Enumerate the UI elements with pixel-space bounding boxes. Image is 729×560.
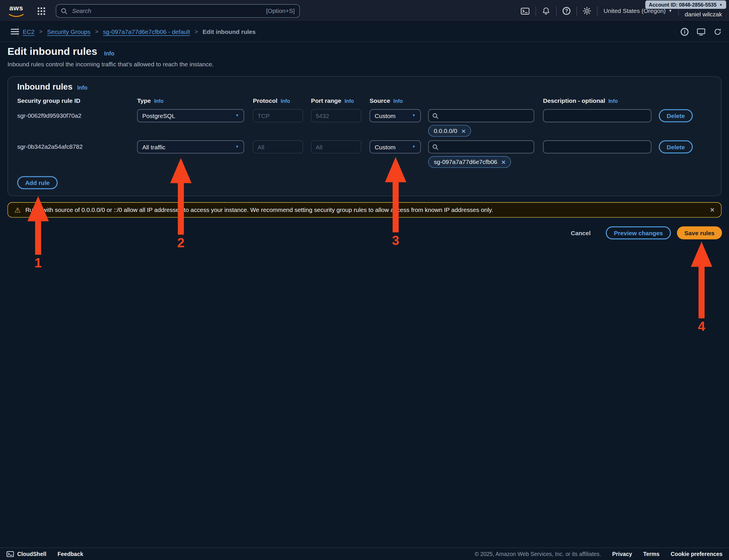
source-select-value: Custom (375, 143, 396, 150)
cloudshell-label: CloudShell (17, 551, 46, 557)
source-search-field[interactable] (428, 109, 534, 122)
warning-icon: ⚠ (14, 206, 21, 213)
feedback-link[interactable]: Feedback (57, 551, 83, 557)
cloudshell-icon (521, 7, 530, 15)
column-header-protocol: ProtocolInfo (253, 97, 290, 104)
divider (536, 6, 536, 16)
protocol-info-link[interactable]: Info (281, 98, 290, 104)
chevron-right-icon: > (95, 28, 98, 35)
save-rules-button[interactable]: Save rules (677, 226, 722, 239)
divider (576, 6, 577, 16)
breadcrumb-link-ec2[interactable]: EC2 (23, 28, 34, 35)
page-title: Edit inbound rules (7, 46, 97, 58)
preview-changes-button[interactable]: Preview changes (606, 226, 671, 239)
info-icon: i (681, 28, 689, 36)
refresh-icon (714, 28, 722, 36)
column-header-type: TypeInfo (137, 97, 163, 104)
aws-logo[interactable]: aws (8, 4, 24, 20)
account-id-badge[interactable]: Account ID: 0848-2856-5535 ▼ (645, 1, 726, 9)
delete-rule-button[interactable]: Delete (659, 140, 693, 153)
page-subtitle: Inbound rules control the incoming traff… (7, 61, 214, 68)
search-icon (61, 8, 67, 14)
type-info-link[interactable]: Info (154, 98, 163, 104)
add-rule-button[interactable]: Add rule (17, 176, 57, 189)
warning-banner: ⚠ Rules with source of 0.0.0.0/0 or ::/0… (7, 202, 722, 217)
refresh-button[interactable] (714, 28, 722, 36)
page-info-button[interactable]: i (681, 28, 689, 36)
cloudshell-button[interactable] (521, 7, 530, 15)
chevron-down-icon: ▼ (412, 145, 416, 149)
protocol-input (253, 109, 303, 122)
tutorials-button[interactable] (697, 28, 705, 36)
search-icon (432, 144, 438, 150)
source-chip-label: sg-097a7a77d6e7cfb06 (434, 159, 497, 165)
delete-rule-button[interactable]: Delete (659, 109, 693, 122)
aws-smile-icon (8, 14, 24, 18)
source-chip-label: 0.0.0.0/0 (434, 127, 457, 134)
divider (556, 6, 557, 16)
search-shortcut: [Option+S] (266, 7, 295, 14)
chip-remove-icon[interactable]: × (502, 159, 506, 165)
aws-console-page: aws [Option+S] ? (0, 0, 729, 560)
help-button[interactable]: ? (563, 7, 571, 15)
copyright-text: © 2025, Amazon Web Services, Inc. or its… (475, 551, 601, 557)
type-select[interactable]: All traffic ▼ (137, 140, 244, 153)
app-grid-button[interactable] (37, 7, 45, 15)
search-icon (432, 113, 438, 119)
settings-button[interactable] (583, 7, 591, 15)
source-info-link[interactable]: Info (393, 98, 403, 104)
notifications-button[interactable] (542, 7, 550, 15)
breadcrumb-tools: i (681, 22, 722, 42)
protocol-input (253, 140, 303, 153)
panel-title: Inbound rules (17, 82, 73, 92)
chip-remove-icon[interactable]: × (462, 127, 466, 134)
user-name[interactable]: daniel wilczak (685, 11, 722, 18)
global-search[interactable]: [Option+S] (56, 4, 300, 18)
source-select[interactable]: Custom ▼ (370, 140, 421, 153)
chevron-down-icon: ▼ (412, 114, 416, 118)
page-info-link[interactable]: Info (104, 50, 115, 57)
chevron-down-icon: ▼ (668, 9, 672, 13)
description-input[interactable] (543, 109, 651, 122)
bell-icon (542, 7, 550, 15)
source-chip[interactable]: sg-097a7a77d6e7cfb06 × (428, 156, 511, 168)
terms-link[interactable]: Terms (643, 551, 659, 557)
chevron-down-icon: ▼ (235, 145, 239, 149)
chevron-down-icon: ▼ (235, 114, 239, 118)
rule-id: sgr-0062f9d95930f70a2 (17, 112, 81, 119)
cookie-preferences-link[interactable]: Cookie preferences (671, 551, 722, 557)
footer-bar: CloudShell Feedback © 2025, Amazon Web S… (0, 548, 729, 560)
description-input[interactable] (543, 140, 651, 153)
panel-info-link[interactable]: Info (77, 85, 88, 91)
type-select-value: All traffic (142, 143, 165, 150)
source-search-input[interactable] (442, 143, 530, 151)
port-range-input (311, 109, 361, 122)
source-select-value: Custom (375, 112, 396, 119)
cloudshell-link[interactable]: CloudShell (7, 551, 47, 557)
aws-logo-text: aws (8, 4, 24, 11)
search-input[interactable] (71, 7, 263, 15)
source-chip[interactable]: 0.0.0.0/0 × (428, 125, 471, 136)
panel-header: Inbound rules Info (17, 82, 87, 92)
cancel-button[interactable]: Cancel (568, 229, 593, 237)
close-icon[interactable]: × (710, 206, 715, 214)
side-menu-button[interactable] (10, 27, 20, 36)
top-nav: aws [Option+S] ? (0, 0, 729, 22)
annotation-number: 4 (698, 319, 705, 334)
port-range-info-link[interactable]: Info (344, 98, 354, 104)
privacy-link[interactable]: Privacy (612, 551, 632, 557)
form-actions: Cancel Preview changes Save rules (7, 226, 722, 239)
breadcrumb-link-security-groups[interactable]: Security Groups (47, 28, 90, 35)
description-info-link[interactable]: Info (608, 98, 618, 104)
arrow-up-icon (691, 242, 712, 318)
breadcrumb-current: Edit inbound rules (203, 28, 256, 35)
source-search-field[interactable] (428, 140, 534, 153)
chevron-right-icon: > (195, 28, 198, 35)
source-select[interactable]: Custom ▼ (370, 109, 421, 122)
source-search-input[interactable] (442, 112, 530, 120)
gear-icon (583, 7, 591, 15)
column-header-description: Description - optionalInfo (543, 97, 618, 104)
type-select[interactable]: PostgreSQL ▼ (137, 109, 244, 122)
breadcrumb-link-security-group[interactable]: sg-097a7a77d6e7cfb06 - default (103, 28, 190, 35)
chevron-right-icon: > (39, 28, 42, 35)
